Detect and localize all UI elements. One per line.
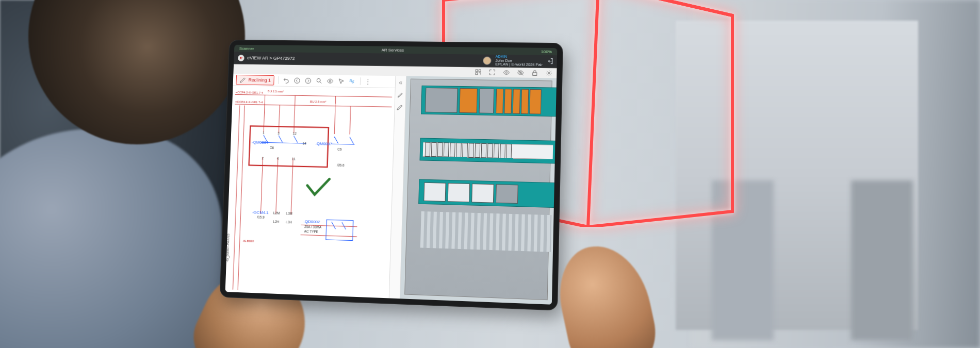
tag-gcm4-1: -GCM4.1 [252, 210, 269, 215]
side-label: -IS_public=-WDD15 [225, 234, 231, 262]
svg-point-7 [548, 72, 550, 74]
hand-right [550, 237, 662, 348]
schematic-pane[interactable]: Redlining 1 ⋮ [225, 74, 396, 298]
avatar[interactable] [483, 57, 492, 65]
svg-line-13 [235, 94, 392, 97]
module-orange-1[interactable] [459, 88, 478, 113]
pen-icon[interactable] [396, 104, 403, 111]
bus-label-top2: =CCP4.2-X-GR1.7-4 [235, 101, 263, 104]
tag-qm0007: -QM0007 [315, 141, 332, 146]
module-orange-2[interactable] [496, 89, 503, 113]
qr-icon[interactable] [475, 69, 481, 75]
svg-line-26 [238, 105, 244, 290]
svg-rect-29 [326, 220, 353, 240]
bus-label-top1: =CCP4.2-X-GR1.7-4 [236, 91, 264, 94]
tablet-device: Scanner AR Services 100% e eVIEW AR > GP… [220, 40, 563, 311]
svg-text:2: 2 [262, 157, 264, 160]
svg-line-28 [332, 144, 355, 144]
svg-line-16 [279, 105, 280, 133]
svg-point-12 [329, 80, 331, 81]
module-grey-1[interactable] [425, 88, 458, 113]
redlining-label: Redlining 1 [248, 77, 271, 82]
svg-text:L3H: L3H [286, 221, 292, 224]
user-org: EPLAN | E-world 2024 Fair [495, 62, 543, 67]
user-info[interactable]: ADMIN John Doe EPLAN | E-world 2024 Fair [495, 55, 543, 67]
sub-qm0004: C6 [270, 146, 274, 150]
cabinet-3d-pane[interactable]: /*placeholder*/ [400, 76, 557, 305]
tag-qd0002: -QD0002 [303, 220, 320, 225]
module-orange-6[interactable] [529, 89, 542, 114]
statusbar-title: AR Services [382, 47, 404, 52]
svg-line-19 [350, 106, 351, 135]
prev-page-icon[interactable] [293, 77, 301, 84]
svg-text:3: 3 [277, 131, 280, 135]
lock-icon[interactable] [531, 70, 538, 76]
svg-line-18 [334, 96, 335, 134]
svg-text:14: 14 [303, 142, 307, 145]
tag-qm0004: -QM0004 [252, 140, 269, 145]
app-body: Redlining 1 ⋮ [225, 74, 557, 305]
sub-qm0007: C6 [337, 147, 342, 151]
module-white-3[interactable] [471, 184, 494, 203]
more-icon[interactable]: ⋮ [365, 77, 372, 85]
sub-gcm4-1: /15.9 [257, 215, 265, 219]
svg-line-11 [320, 81, 321, 83]
module-orange-4[interactable] [512, 89, 520, 114]
svg-line-15 [264, 95, 265, 132]
module-orange-3[interactable] [504, 89, 512, 113]
undo-icon[interactable] [283, 77, 290, 84]
background-person-shirt [0, 129, 222, 348]
svg-text:L2M: L2M [273, 211, 280, 214]
wire-note-1: BU 2.5 mm² [268, 90, 284, 93]
module-orange-5[interactable] [521, 89, 529, 114]
fullscreen-icon[interactable] [489, 69, 496, 76]
svg-text:11: 11 [292, 157, 296, 161]
background-panel-blur-2 [851, 180, 913, 340]
note-qm0007: /26.6 [337, 163, 345, 167]
highlighter-icon[interactable] [397, 91, 404, 98]
svg-line-14 [235, 104, 391, 107]
gear-icon[interactable] [546, 70, 553, 76]
collapse-icon[interactable]: « [399, 79, 402, 86]
svg-text:12: 12 [293, 131, 297, 135]
app-screen: Scanner AR Services 100% e eVIEW AR > GP… [225, 45, 558, 305]
statusbar-left: Scanner [239, 46, 254, 51]
svg-point-10 [317, 78, 320, 82]
svg-text:1: 1 [263, 131, 265, 135]
schematic-canvas[interactable]: =CCP4.2-X-GR1.7-4 =CCP4.2-X-GR1.7-4 BU 2… [225, 86, 395, 298]
search-icon[interactable] [316, 77, 323, 85]
svg-text:L3M: L3M [286, 211, 292, 215]
visibility-off-icon[interactable] [517, 69, 524, 76]
module-white-2[interactable] [447, 183, 469, 202]
module-grey-2[interactable] [479, 88, 494, 113]
svg-rect-6 [533, 73, 537, 76]
svg-rect-0 [476, 70, 478, 72]
redlining-tag[interactable]: Redlining 1 [236, 75, 274, 86]
pointer-icon[interactable] [338, 77, 345, 85]
svg-point-8 [295, 78, 300, 83]
svg-text:L2H: L2H [273, 220, 279, 224]
svg-line-25 [233, 105, 239, 290]
eplan-logo: e [238, 55, 244, 61]
wire-note-2: BU 2.5 mm² [310, 100, 326, 103]
wave-icon[interactable] [349, 76, 356, 84]
visibility-on-icon[interactable] [503, 69, 510, 76]
svg-rect-2 [476, 73, 478, 75]
document-breadcrumb[interactable]: eVIEW AR > GP472972 [247, 55, 295, 61]
module-white-1[interactable] [423, 183, 446, 202]
exit-icon[interactable] [547, 58, 554, 65]
toolbar-divider [360, 77, 361, 85]
toolbar-divider [278, 76, 279, 84]
svg-point-9 [305, 78, 311, 83]
svg-text:4: 4 [277, 157, 279, 160]
tag-is-b020: -IS.B020 [242, 239, 254, 243]
visibility-icon[interactable] [326, 77, 334, 85]
svg-line-17 [294, 95, 296, 133]
svg-rect-1 [479, 70, 481, 72]
spec1-qd0002: 25A / 30mA [304, 225, 322, 229]
svg-point-3 [505, 72, 507, 73]
checkmark-annotation [307, 178, 329, 195]
next-page-icon[interactable] [304, 77, 312, 84]
statusbar-battery: 100% [541, 49, 552, 54]
module-grey-3[interactable] [496, 184, 518, 204]
